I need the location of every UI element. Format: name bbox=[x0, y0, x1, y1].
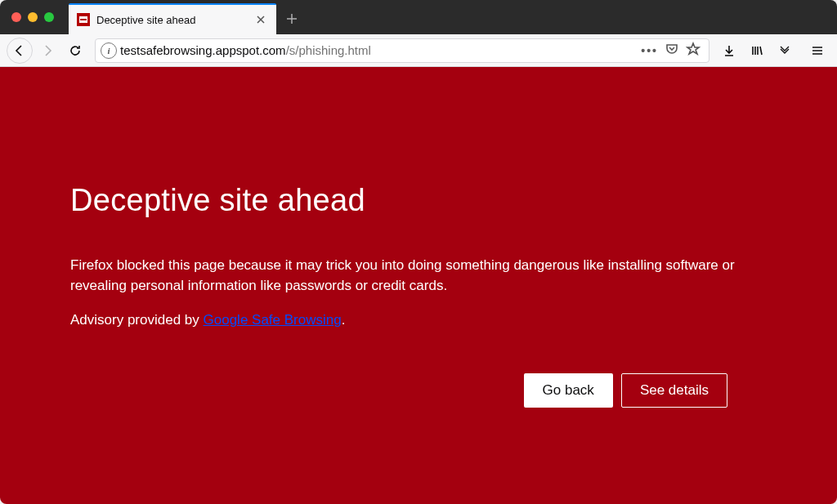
tab-title: Deceptive site ahead bbox=[96, 14, 247, 26]
window-titlebar: Deceptive site ahead bbox=[0, 0, 837, 34]
see-details-button[interactable]: See details bbox=[621, 373, 727, 408]
window-maximize-button[interactable] bbox=[44, 12, 54, 22]
url-path: /s/phishing.html bbox=[286, 43, 371, 57]
advisory-link[interactable]: Google Safe Browsing bbox=[204, 312, 342, 328]
warning-panel: Deceptive site ahead Firefox blocked thi… bbox=[70, 183, 757, 408]
tab-close-button[interactable] bbox=[253, 12, 268, 27]
warning-heading: Deceptive site ahead bbox=[70, 183, 757, 218]
back-button[interactable] bbox=[7, 38, 33, 64]
page-content: Deceptive site ahead Firefox blocked thi… bbox=[0, 67, 837, 504]
url-domain: testsafebrowsing.appspot.com bbox=[120, 43, 286, 57]
warning-advisory: Advisory provided by Google Safe Browsin… bbox=[70, 310, 757, 331]
go-back-button[interactable]: Go back bbox=[524, 373, 613, 408]
bookmark-star-icon[interactable] bbox=[686, 42, 700, 60]
navigation-toolbar: i testsafebrowsing.appspot.com/s/phishin… bbox=[0, 34, 837, 67]
tab-strip: Deceptive site ahead bbox=[69, 0, 837, 34]
window-minimize-button[interactable] bbox=[28, 12, 38, 22]
new-tab-button[interactable] bbox=[280, 3, 304, 34]
button-row: Go back See details bbox=[70, 373, 757, 408]
window-controls bbox=[0, 0, 69, 34]
advisory-prefix: Advisory provided by bbox=[70, 312, 204, 328]
urlbar-actions: ••• bbox=[641, 42, 704, 60]
downloads-button[interactable] bbox=[716, 38, 742, 64]
forward-button[interactable] bbox=[34, 38, 60, 64]
url-text: testsafebrowsing.appspot.com/s/phishing.… bbox=[120, 43, 638, 57]
window-close-button[interactable] bbox=[11, 12, 21, 22]
warning-body-text: Firefox blocked this page because it may… bbox=[70, 256, 757, 296]
reload-button[interactable] bbox=[62, 38, 88, 64]
overflow-button[interactable] bbox=[772, 38, 798, 64]
advisory-suffix: . bbox=[342, 312, 346, 328]
url-bar[interactable]: i testsafebrowsing.appspot.com/s/phishin… bbox=[95, 38, 709, 63]
tab-favicon-warning-icon bbox=[77, 13, 90, 26]
site-info-icon[interactable]: i bbox=[101, 42, 117, 59]
app-menu-button[interactable] bbox=[804, 38, 830, 64]
page-actions-button[interactable]: ••• bbox=[641, 44, 658, 57]
library-button[interactable] bbox=[744, 38, 770, 64]
browser-tab-active[interactable]: Deceptive site ahead bbox=[69, 3, 276, 34]
pocket-icon[interactable] bbox=[665, 42, 679, 60]
